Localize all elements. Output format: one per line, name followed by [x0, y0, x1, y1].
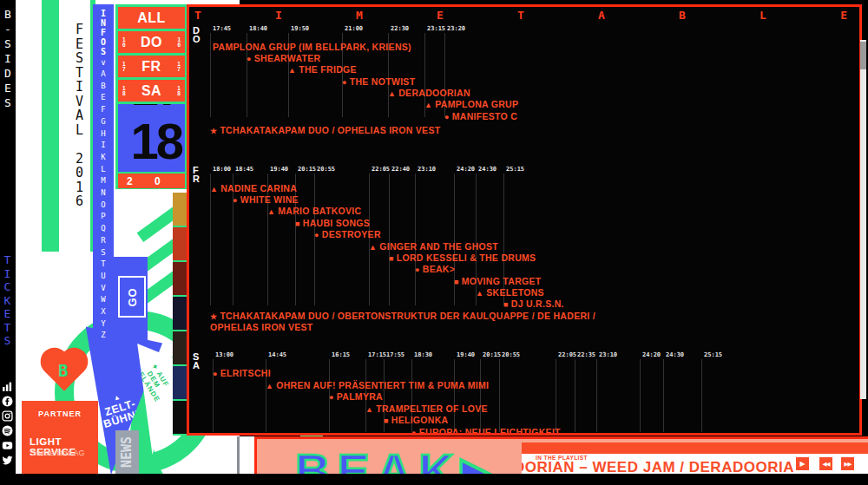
- time-label: 17:15: [368, 351, 386, 358]
- stage-marker-icon: ●: [411, 429, 417, 436]
- photo-thumbnail[interactable]: [173, 366, 187, 399]
- photo-thumbnail[interactable]: [173, 297, 187, 330]
- grid-line: 20:55: [314, 174, 315, 305]
- timetable-entry[interactable]: ■DJ U.R.S.N.: [503, 298, 564, 309]
- time-label: 24:20: [457, 166, 475, 173]
- timetable-entry[interactable]: ●SHEARWATER: [247, 53, 320, 63]
- timetable-entry[interactable]: ●ELRITSCHI: [213, 368, 271, 378]
- photo-thumbnail[interactable]: [173, 331, 187, 364]
- photo-thumbnail[interactable]: [173, 193, 187, 226]
- previous-button[interactable]: ◀◀: [819, 457, 832, 470]
- timetable-entry[interactable]: ■LORD KESSELI & THE DRUMS: [389, 252, 536, 263]
- filter-do-button[interactable]: 16 DO 16: [118, 31, 185, 53]
- timetable-entry[interactable]: ▲MARIO BATKOVIC: [267, 206, 361, 216]
- artist-name: WHITE WINE: [240, 194, 299, 205]
- section-footer[interactable]: ★TCHAKATAKAPAM DUO / OPHELIAS IRON VEST: [210, 125, 440, 135]
- photo-thumbnail[interactable]: [173, 227, 187, 260]
- news-tab[interactable]: NEWS: [115, 430, 139, 474]
- photo-thumbnail[interactable]: [173, 262, 187, 295]
- partner-box: PARTNER LIGHT SERVICE Switzerland AG: [22, 401, 98, 474]
- tickets-link[interactable]: TICKETS: [2, 253, 13, 348]
- bottom-strip: [0, 474, 868, 485]
- time-label: 25:15: [506, 166, 524, 173]
- filter-all-button[interactable]: ALL: [118, 7, 185, 29]
- stage-marker-icon: ●: [247, 55, 252, 63]
- go-button[interactable]: GO: [118, 276, 146, 318]
- timetable-entry[interactable]: ▲PAMPLONA GRUP: [424, 99, 518, 109]
- timetable-entry[interactable]: ●DESTROYER: [314, 229, 381, 239]
- spotify-icon[interactable]: [2, 425, 15, 436]
- filter-fr-button[interactable]: 17 FR 17: [118, 56, 185, 77]
- timetable-entry[interactable]: ■HAUBI SONGS: [295, 218, 370, 228]
- timetable-entry[interactable]: ▲TRAMPELTIER OF LOVE: [365, 403, 488, 414]
- timetable-entry[interactable]: ●BEAK>: [415, 264, 455, 274]
- date-current: 18: [130, 116, 181, 167]
- stage-marker-icon: ▲: [210, 185, 218, 193]
- timetable-entry[interactable]: ●EUROPA: NEUE LEICHTIGKEIT: [411, 427, 561, 436]
- timetable-entry[interactable]: ●THE NOTWIST: [342, 76, 415, 87]
- scrollbar[interactable]: [860, 40, 866, 399]
- photo-strip: [173, 193, 187, 436]
- timetable-entry[interactable]: ▲DERADOORIAN: [388, 88, 470, 98]
- stage-marker-icon: ●: [314, 231, 319, 239]
- artist-name: OHREN AUF! PRÄSENTIERT TIM & PUMA MIMI: [276, 380, 489, 390]
- date-digits: 16: [122, 37, 126, 48]
- stage-marker-icon: ●: [415, 265, 420, 274]
- infos-label[interactable]: INFOS: [100, 9, 108, 56]
- timetable-entry[interactable]: ●PALMYRA: [329, 391, 383, 402]
- timetable-entry[interactable]: PAMPLONA GRUP (IM BELLPARK, KRIENS): [210, 42, 411, 52]
- scrollbar-thumb[interactable]: [860, 42, 866, 69]
- filter-sa-button[interactable]: 18 SA 18: [118, 80, 185, 102]
- artist-name: MOVING TARGET: [462, 276, 542, 286]
- time-label: 16:15: [332, 351, 350, 358]
- timetable-entry[interactable]: ▲NADINE CARINA: [210, 183, 297, 193]
- time-label: 20:55: [502, 351, 520, 358]
- stage-marker-icon: ●: [213, 370, 218, 378]
- timetable-entry[interactable]: ▲SKELETONS: [476, 287, 544, 298]
- stage-marker-icon: ■: [384, 416, 389, 425]
- timetable-entry[interactable]: ■HELIGONKA: [384, 415, 448, 425]
- section-footer[interactable]: ★TCHAKATAKAPAM DUO / OBERTONSTRUKTUR DER…: [210, 311, 595, 321]
- instagram-icon[interactable]: [2, 410, 15, 422]
- time-label: 18:40: [249, 25, 267, 32]
- grid-line: 20:55: [499, 359, 500, 432]
- twitter-icon[interactable]: [2, 455, 15, 466]
- time-label: 14:45: [268, 351, 286, 358]
- time-label: 25:15: [704, 351, 722, 358]
- next-button[interactable]: ▶▶: [841, 457, 854, 470]
- timetable-entry[interactable]: ■MOVING TARGET: [454, 276, 542, 286]
- stage-marker-icon: ■: [295, 220, 300, 228]
- grid-line: 22:05: [369, 174, 370, 305]
- stage-marker-icon: ▲: [388, 89, 396, 98]
- page: B-SIDES TICKETS FESTIVAL2016 INFOS ∨ ABE…: [0, 0, 868, 485]
- az-index[interactable]: ABEFGHIKLMNOPQRSTUVWXYZ: [99, 69, 108, 342]
- time-label: 18:00: [213, 166, 231, 173]
- youtube-icon[interactable]: [2, 440, 15, 451]
- photo-thumbnail[interactable]: [173, 401, 187, 434]
- timetable-entry[interactable]: ▲THE FRIDGE: [288, 64, 357, 75]
- facebook-icon[interactable]: [2, 396, 15, 407]
- stage-marker-icon: ●: [444, 113, 450, 121]
- soundcloud-icon[interactable]: [2, 381, 15, 392]
- timetable-entry[interactable]: ●WHITE WINE: [233, 194, 299, 205]
- time-label: 13:00: [215, 351, 233, 358]
- heart-letter: B: [58, 361, 68, 380]
- time-label: 24:30: [666, 351, 684, 358]
- time-label: 19:40: [457, 351, 475, 358]
- time-label: 23:10: [599, 351, 617, 358]
- star-icon: ★: [210, 312, 217, 321]
- time-label: 22:05: [372, 166, 390, 173]
- band-gap: [240, 436, 254, 474]
- time-label: 24:20: [642, 351, 661, 358]
- section-footer-line2[interactable]: OPHELIAS IRON VEST: [210, 322, 313, 332]
- time-label: 23:20: [447, 25, 465, 32]
- left-rail: B-SIDES TICKETS: [0, 0, 16, 485]
- play-button[interactable]: ▶: [796, 457, 809, 470]
- timetable-entry[interactable]: ▲GINGER AND THE GHOST: [369, 241, 498, 252]
- time-label: 18:30: [414, 351, 432, 358]
- timetable-entry[interactable]: ▲OHREN AUF! PRÄSENTIERT TIM & PUMA MIMI: [266, 380, 489, 390]
- timetable-entry[interactable]: ●MANIFESTO C: [444, 111, 517, 121]
- date-picker[interactable]: 17 18: [118, 104, 185, 172]
- artist-name: PAMPLONA GRUP (IM BELLPARK, KRIENS): [213, 42, 411, 52]
- time-label: 22:40: [391, 166, 410, 173]
